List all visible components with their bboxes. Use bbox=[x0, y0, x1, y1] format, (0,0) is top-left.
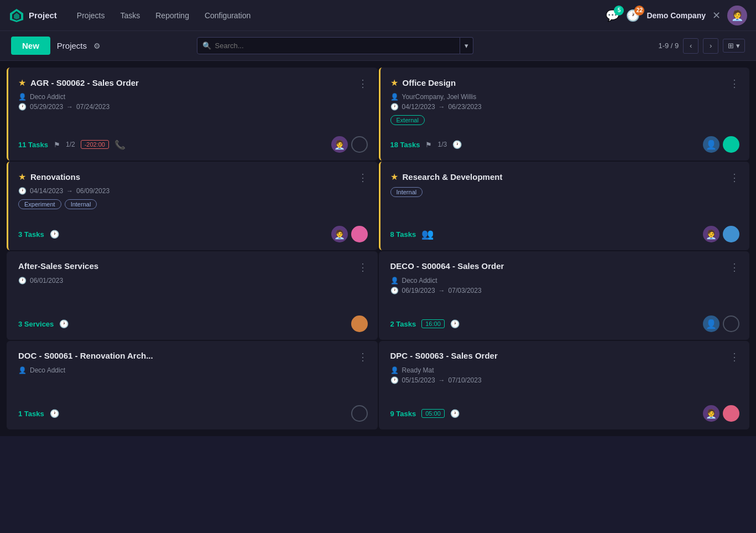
nav-tasks[interactable]: Tasks bbox=[113, 8, 147, 23]
card-dates: 🕐 06/01/2023 bbox=[18, 277, 368, 284]
assignee-avatar: 👤 bbox=[703, 136, 719, 153]
tasks-count[interactable]: 3 Services bbox=[18, 320, 54, 328]
card-header: DOC - S00061 - Renovation Arch... ⋮ bbox=[18, 351, 368, 363]
date-start: 05/29/2023 bbox=[30, 103, 63, 111]
clock-date-icon: 🕐 bbox=[18, 103, 27, 111]
person-icon: 👤 bbox=[390, 366, 399, 374]
nav-configuration[interactable]: Configuration bbox=[198, 8, 257, 23]
person-icon: 👤 bbox=[18, 93, 27, 101]
card-title: Renovations bbox=[30, 172, 80, 182]
star-icon[interactable]: ★ bbox=[390, 172, 398, 182]
search-icon: 🔍 bbox=[202, 42, 211, 50]
date-start: 06/01/2023 bbox=[30, 277, 63, 284]
customer-name: Ready Mat bbox=[402, 366, 434, 374]
pagination-prev-button[interactable]: ‹ bbox=[683, 38, 698, 54]
card-title: DPC - S00063 - Sales Order bbox=[390, 351, 498, 360]
assignee-avatar-2 bbox=[723, 136, 739, 153]
star-icon[interactable]: ★ bbox=[18, 172, 26, 182]
clock-date-icon: 🕐 bbox=[390, 103, 399, 111]
clock-date-icon: 🕐 bbox=[18, 277, 27, 284]
clock-icon: 🕐 bbox=[452, 140, 462, 149]
tasks-count[interactable]: 18 Tasks bbox=[390, 141, 420, 149]
date-end: 07/03/2023 bbox=[449, 287, 482, 294]
card-footer: 1 Tasks 🕐 bbox=[18, 400, 368, 422]
project-card-office-design: ★ Office Design ⋮ 👤 YourCompany, Joel Wi… bbox=[379, 68, 750, 161]
more-options-icon[interactable]: ⋮ bbox=[729, 172, 739, 184]
card-title: DOC - S00061 - Renovation Arch... bbox=[18, 351, 153, 360]
card-footer: 18 Tasks ⚑ 1/3 🕐 👤 bbox=[390, 131, 740, 153]
tag-external: External bbox=[390, 115, 425, 125]
card-dates: 🕐 06/19/2023 → 07/03/2023 bbox=[390, 287, 740, 294]
activity-badge: 22 bbox=[634, 6, 644, 15]
activity-notifications-button[interactable]: 🕐 22 bbox=[626, 9, 640, 22]
user-avatar[interactable]: 🧑‍💼 bbox=[727, 6, 747, 25]
star-icon[interactable]: ★ bbox=[18, 77, 26, 88]
date-end: 07/10/2023 bbox=[449, 376, 482, 384]
tag-internal: Internal bbox=[65, 199, 97, 209]
card-footer: 3 Services 🕐 bbox=[18, 310, 368, 332]
date-start: 05/15/2023 bbox=[402, 376, 435, 384]
card-dates: 🕐 05/15/2023 → 07/10/2023 bbox=[390, 376, 740, 384]
more-options-icon[interactable]: ⋮ bbox=[358, 77, 368, 90]
topnav-right: 💬 5 🕐 22 Demo Company ✕ 🧑‍💼 bbox=[606, 6, 747, 25]
clock-date-icon: 🕐 bbox=[390, 287, 399, 294]
card-header: DECO - S00064 - Sales Order ⋮ bbox=[390, 261, 740, 273]
tasks-count[interactable]: 8 Tasks bbox=[390, 230, 416, 239]
more-options-icon[interactable]: ⋮ bbox=[358, 172, 368, 184]
clock-icon: 🕐 bbox=[50, 230, 59, 239]
more-options-icon[interactable]: ⋮ bbox=[358, 261, 368, 273]
company-name: Demo Company bbox=[646, 11, 706, 20]
tag-internal: Internal bbox=[390, 187, 423, 197]
date-end: 06/23/2023 bbox=[449, 103, 482, 111]
clock-icon: 🕐 bbox=[50, 409, 59, 418]
settings-icon[interactable]: ⚙ bbox=[93, 42, 101, 50]
person-icon: 👤 bbox=[390, 93, 399, 101]
people-icon: 👥 bbox=[421, 228, 434, 240]
more-options-icon[interactable]: ⋮ bbox=[729, 261, 739, 273]
new-project-button[interactable]: New bbox=[11, 37, 50, 55]
card-header: ★ Research & Development ⋮ bbox=[390, 172, 740, 184]
project-card-renovations: ★ Renovations ⋮ 🕐 04/14/2023 → 06/09/202… bbox=[7, 162, 378, 250]
close-icon[interactable]: ✕ bbox=[712, 9, 721, 22]
search-dropdown-button[interactable]: ▾ bbox=[460, 37, 473, 54]
arrow-icon: → bbox=[439, 376, 445, 384]
star-icon[interactable]: ★ bbox=[390, 77, 398, 88]
tags: Experiment Internal bbox=[18, 199, 368, 209]
nav-reporting[interactable]: Reporting bbox=[149, 8, 196, 23]
tasks-count[interactable]: 11 Tasks bbox=[18, 141, 48, 149]
flag-count: 1/2 bbox=[66, 141, 75, 148]
assignee-avatar bbox=[351, 315, 368, 332]
tasks-count[interactable]: 9 Tasks bbox=[390, 410, 416, 418]
search-bar: 🔍 ▾ bbox=[197, 37, 473, 54]
date-end: 07/24/2023 bbox=[76, 103, 110, 111]
arrow-icon: → bbox=[439, 287, 445, 294]
card-header: ★ Renovations ⋮ bbox=[18, 172, 368, 184]
card-header: ★ Office Design ⋮ bbox=[390, 77, 740, 90]
card-customer: 👤 Deco Addict bbox=[18, 366, 368, 374]
arrow-icon: → bbox=[66, 103, 73, 111]
project-card-deco-s00064: DECO - S00064 - Sales Order ⋮ 👤 Deco Add… bbox=[379, 251, 750, 340]
more-options-icon[interactable]: ⋮ bbox=[358, 351, 368, 363]
tasks-count[interactable]: 3 Tasks bbox=[18, 230, 44, 239]
tasks-count[interactable]: 2 Tasks bbox=[390, 320, 416, 328]
app-logo[interactable]: Project bbox=[9, 8, 57, 23]
card-customer: 👤 YourCompany, Joel Willis bbox=[390, 93, 740, 101]
project-logo-icon bbox=[9, 8, 24, 23]
search-input[interactable] bbox=[197, 37, 460, 54]
clock-date-icon: 🕐 bbox=[390, 376, 399, 384]
avatar-icon: 🧑‍💼 bbox=[731, 9, 743, 22]
tag-experiment: Experiment bbox=[18, 199, 61, 209]
pagination-next-button[interactable]: › bbox=[703, 38, 718, 54]
card-title: AGR - S00062 - Sales Order bbox=[30, 78, 139, 87]
pagination-text: 1-9 / 9 bbox=[658, 42, 679, 50]
more-options-icon[interactable]: ⋮ bbox=[729, 77, 739, 90]
tasks-count[interactable]: 1 Tasks bbox=[18, 410, 44, 418]
nav-projects[interactable]: Projects bbox=[70, 8, 112, 23]
customer-name: Deco Addict bbox=[402, 277, 437, 284]
view-options-button[interactable]: ⊞ ▾ bbox=[723, 39, 745, 53]
card-title: DECO - S00064 - Sales Order bbox=[390, 261, 504, 271]
card-dates: 🕐 04/12/2023 → 06/23/2023 bbox=[390, 103, 740, 111]
more-options-icon[interactable]: ⋮ bbox=[729, 351, 739, 363]
customer-name: Deco Addict bbox=[30, 93, 65, 101]
chat-notifications-button[interactable]: 💬 5 bbox=[606, 9, 619, 22]
